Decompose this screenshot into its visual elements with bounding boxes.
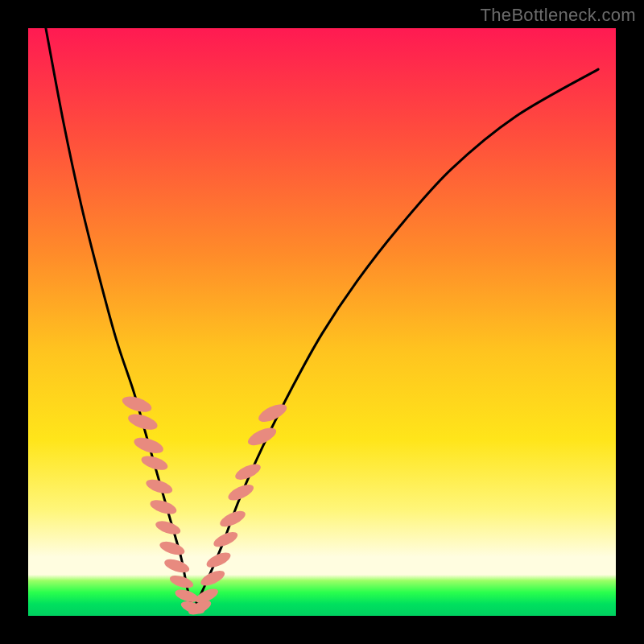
plot-area — [28, 28, 616, 616]
curve-left-arm — [46, 28, 193, 610]
data-marker — [163, 556, 191, 575]
data-marker — [218, 508, 248, 530]
chart-stage: TheBottleneck.com — [0, 0, 644, 644]
data-marker — [212, 529, 240, 550]
curve-layer — [28, 28, 616, 616]
curve-paths-group — [46, 28, 598, 610]
data-marker — [168, 573, 195, 591]
data-marker — [226, 481, 256, 504]
curve-right-arm — [192, 69, 598, 610]
data-marker — [121, 394, 154, 415]
data-marker — [154, 518, 182, 537]
data-marker — [148, 497, 178, 517]
marker-group — [121, 394, 290, 617]
data-marker — [139, 453, 169, 473]
watermark-text: TheBottleneck.com — [481, 5, 636, 26]
data-marker — [132, 435, 165, 456]
data-marker — [126, 411, 159, 433]
data-marker — [158, 539, 186, 558]
